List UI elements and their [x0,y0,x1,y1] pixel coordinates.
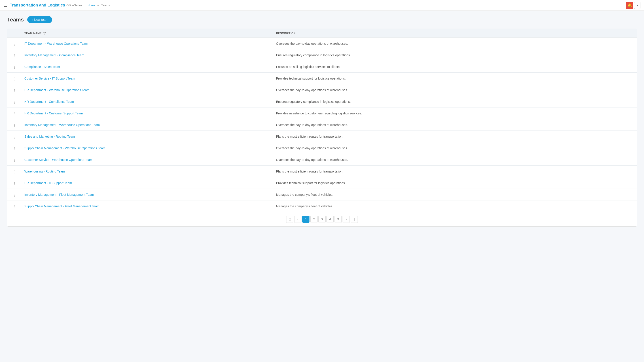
row-team-name-cell: HR Department - IT Support Team [21,177,272,189]
breadcrumb-separator: » [97,3,98,7]
team-name-link[interactable]: Supply Chain Management - Warehouse Oper… [24,146,106,150]
table-row: Inventory Management - Compliance Team E… [8,49,636,61]
row-menu-button[interactable] [13,42,16,46]
row-menu-button[interactable] [13,181,16,186]
row-menu-button[interactable] [13,111,16,116]
user-dropdown-button[interactable]: ▾ [634,2,640,9]
app-subtitle: OfficeSeries [66,3,82,7]
header-actions: 🔔 ▾ [626,2,640,9]
pagination-page-2-button[interactable]: 2 [310,216,318,223]
team-name-link[interactable]: HR Department - Warehouse Operations Tea… [24,88,90,92]
team-name-link[interactable]: Customer Service - IT Support Team [24,77,75,80]
row-menu-button[interactable] [13,123,16,128]
row-actions-cell [8,107,21,119]
table-row: Inventory Management - Fleet Management … [8,189,636,200]
bell-icon: 🔔 [628,3,632,7]
col-header-description: DESCRIPTION [272,29,636,38]
pagination-first-button[interactable]: ⟨⟨ [286,216,294,223]
row-actions-cell [8,154,21,166]
teams-table-body: IT Department - Warehouse Operations Tea… [8,38,636,212]
team-name-link[interactable]: HR Department - Compliance Team [24,100,74,103]
table-row: HR Department - Warehouse Operations Tea… [8,84,636,96]
team-name-link[interactable]: IT Department - Warehouse Operations Tea… [24,42,88,45]
row-team-name-cell: Supply Chain Management - Warehouse Oper… [21,142,272,154]
chevron-down-icon: ▾ [636,4,638,7]
row-menu-button[interactable] [13,158,16,163]
team-name-link[interactable]: Inventory Management - Warehouse Operati… [24,123,100,127]
row-menu-button[interactable] [13,170,16,174]
row-description-cell: Provides technical support for logistics… [272,177,636,189]
table-row: Sales and Marketing - Routing Team Plans… [8,131,636,142]
row-menu-button[interactable] [13,146,16,151]
table-row: Inventory Management - Warehouse Operati… [8,119,636,131]
row-team-name-cell: HR Department - Customer Support Team [21,107,272,119]
row-actions-cell [8,73,21,84]
row-description-cell: Oversees the day-to-day operations of wa… [272,142,636,154]
row-team-name-cell: Customer Service - Warehouse Operations … [21,154,272,166]
pagination-page-5-button[interactable]: 5 [334,216,342,223]
team-name-link[interactable]: Inventory Management - Fleet Management … [24,193,94,196]
teams-table: TEAM NAME ▽ DESCRIPTION IT Department - … [8,29,636,212]
team-name-link[interactable]: Customer Service - Warehouse Operations … [24,158,92,162]
row-actions-cell [8,119,21,131]
team-name-link[interactable]: Sales and Marketing - Routing Team [24,135,75,138]
team-name-link[interactable]: HR Department - Customer Support Team [24,111,83,115]
row-description-cell: Manages the company's fleet of vehicles. [272,200,636,212]
team-name-link[interactable]: HR Department - IT Support Team [24,181,72,185]
pagination-page-1-button[interactable]: 1 [302,216,310,223]
table-row: HR Department - IT Support Team Provides… [8,177,636,189]
team-name-link[interactable]: Inventory Management - Compliance Team [24,53,84,57]
row-actions-cell [8,84,21,96]
main-content: Teams + New team TEAM NAME ▽ DESCRIPTION [0,11,644,232]
row-description-cell: Oversees the day-to-day operations of wa… [272,38,636,49]
row-menu-button[interactable] [13,193,16,198]
row-menu-button[interactable] [13,53,16,58]
row-menu-button[interactable] [13,77,16,81]
breadcrumb-home[interactable]: Home [88,3,96,7]
pagination-page-3-button[interactable]: 3 [318,216,326,223]
row-actions-cell [8,38,21,49]
breadcrumb: Home » Teams [88,3,111,7]
pagination-page-4-button[interactable]: 4 [326,216,334,223]
page-title: Teams [7,16,24,23]
filter-icon[interactable]: ▽ [44,31,46,35]
row-team-name-cell: IT Department - Warehouse Operations Tea… [21,38,272,49]
team-name-link[interactable]: Supply Chain Management - Fleet Manageme… [24,204,100,208]
teams-table-container: TEAM NAME ▽ DESCRIPTION IT Department - … [7,28,637,227]
row-menu-button[interactable] [13,135,16,139]
row-team-name-cell: HR Department - Compliance Team [21,96,272,107]
new-team-button[interactable]: + New team [27,16,52,23]
row-actions-cell [8,200,21,212]
row-actions-cell [8,166,21,177]
row-team-name-cell: HR Department - Warehouse Operations Tea… [21,84,272,96]
row-description-cell: Focuses on selling logistics services to… [272,61,636,73]
row-menu-button[interactable] [13,88,16,93]
pagination-last-button[interactable]: ›| [350,216,358,223]
row-actions-cell [8,96,21,107]
team-name-link[interactable]: Compliance - Sales Team [24,65,60,69]
team-name-link[interactable]: Warehousing - Routing Team [24,170,65,173]
row-description-cell: Ensures regulatory compliance in logisti… [272,49,636,61]
row-team-name-cell: Inventory Management - Fleet Management … [21,189,272,200]
row-description-cell: Oversees the day-to-day operations of wa… [272,119,636,131]
table-row: Compliance - Sales Team Focuses on selli… [8,61,636,73]
menu-icon[interactable]: ☰ [4,3,7,8]
table-row: Customer Service - IT Support Team Provi… [8,73,636,84]
pagination-prev-button[interactable]: ‹ [294,216,302,223]
pagination: ⟨⟨ ‹ 1 2 3 4 5 › ›| [8,212,636,226]
row-actions-cell [8,131,21,142]
row-team-name-cell: Inventory Management - Warehouse Operati… [21,119,272,131]
row-description-cell: Oversees the day-to-day operations of wa… [272,154,636,166]
row-menu-button[interactable] [13,100,16,105]
app-header: ☰ Transportation and Logistics OfficeSer… [0,0,644,11]
notifications-button[interactable]: 🔔 [626,2,633,9]
pagination-next-button[interactable]: › [342,216,350,223]
col-header-actions [8,29,21,38]
row-description-cell: Oversees the day-to-day operations of wa… [272,84,636,96]
page-header: Teams + New team [7,16,637,23]
row-actions-cell [8,189,21,200]
row-menu-button[interactable] [13,65,16,70]
row-description-cell: Provides assistance to customers regardi… [272,107,636,119]
row-menu-button[interactable] [13,204,16,209]
table-row: Supply Chain Management - Fleet Manageme… [8,200,636,212]
